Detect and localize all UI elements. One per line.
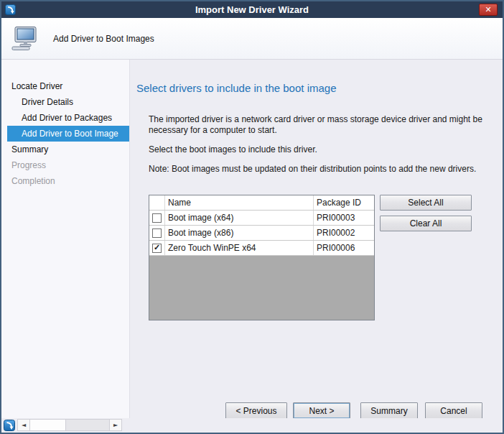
wizard-navigation: < Previous Next > Summary Cancel xyxy=(225,402,482,419)
close-icon: ✕ xyxy=(485,6,491,14)
row-package-id: PRI00006 xyxy=(314,241,374,255)
titlebar: Import New Driver Wizard ✕ xyxy=(1,1,503,18)
previous-button[interactable]: < Previous xyxy=(225,402,287,419)
next-button[interactable]: Next > xyxy=(293,402,350,419)
sidebar-step-locate-driver: Locate Driver xyxy=(1,78,129,94)
table-header-row: Name Package ID xyxy=(149,195,374,211)
column-header-checkbox xyxy=(149,195,165,210)
row-package-id: PRI00003 xyxy=(314,211,374,225)
close-button[interactable]: ✕ xyxy=(479,4,498,16)
scroll-right-icon[interactable]: ► xyxy=(109,420,121,430)
bottom-strip: ◄ ► xyxy=(1,418,503,433)
boot-images-table: Name Package ID Boot image (x64) PRI0000… xyxy=(149,195,375,320)
scroll-left-icon[interactable]: ◄ xyxy=(18,420,30,430)
window-title: Import New Driver Wizard xyxy=(1,4,503,15)
table-row[interactable]: Boot image (x86) PRI00002 xyxy=(149,226,374,241)
sidebar-step-driver-details: Driver Details xyxy=(1,94,129,110)
sidebar-step-completion: Completion xyxy=(1,173,129,189)
wizard-body: Locate Driver Driver Details Add Driver … xyxy=(1,60,503,418)
description-text: The imported driver is a network card dr… xyxy=(149,114,493,136)
clear-all-button[interactable]: Clear All xyxy=(380,216,472,231)
header-title: Add Driver to Boot Images xyxy=(53,34,154,44)
selection-buttons: Select All Clear All xyxy=(380,195,472,236)
sidebar-step-add-driver-to-boot-image: Add Driver to Boot Image xyxy=(7,126,129,142)
checkbox-cell xyxy=(149,226,165,240)
row-checkbox[interactable] xyxy=(152,213,162,223)
note-text: Note: Boot images must be updated on the… xyxy=(149,164,493,175)
column-header-name[interactable]: Name xyxy=(165,195,314,210)
sidebar-step-add-driver-to-packages: Add Driver to Packages xyxy=(1,110,129,126)
column-header-package-id[interactable]: Package ID xyxy=(314,195,374,210)
wizard-window: Import New Driver Wizard ✕ Add Driver to… xyxy=(0,0,504,434)
checkbox-cell xyxy=(149,241,165,255)
select-all-button[interactable]: Select All xyxy=(380,195,472,211)
wizard-header: Add Driver to Boot Images xyxy=(1,18,503,60)
sidebar-step-progress: Progress xyxy=(1,157,129,173)
horizontal-scrollbar[interactable]: ◄ ► xyxy=(17,419,122,431)
table-row[interactable]: Zero Touch WinPE x64 PRI00006 xyxy=(149,241,374,256)
description-block: The imported driver is a network card dr… xyxy=(149,114,493,175)
computer-icon xyxy=(11,27,39,50)
table-empty-area xyxy=(149,256,374,320)
scrollbar-thumb[interactable] xyxy=(30,420,66,430)
row-name: Boot image (x86) xyxy=(165,226,314,240)
summary-button[interactable]: Summary xyxy=(360,402,418,419)
wizard-steps-sidebar: Locate Driver Driver Details Add Driver … xyxy=(1,60,129,418)
row-package-id: PRI00002 xyxy=(314,226,374,240)
row-checkbox[interactable] xyxy=(152,228,162,238)
instruction-text: Select the boot images to include this d… xyxy=(149,144,493,155)
boot-image-selection: Name Package ID Boot image (x64) PRI0000… xyxy=(149,195,503,320)
main-content: Select drivers to include in the boot im… xyxy=(129,60,503,418)
wizard-corner-icon xyxy=(4,420,15,431)
row-checkbox[interactable] xyxy=(152,244,162,253)
row-name: Boot image (x64) xyxy=(165,211,314,225)
sidebar-step-summary: Summary xyxy=(1,142,129,157)
scrollbar-track[interactable] xyxy=(66,420,109,430)
row-name: Zero Touch WinPE x64 xyxy=(165,241,314,255)
page-title: Select drivers to include in the boot im… xyxy=(136,82,503,94)
table-row[interactable]: Boot image (x64) PRI00003 xyxy=(149,211,374,226)
checkbox-cell xyxy=(149,211,165,225)
cancel-button[interactable]: Cancel xyxy=(425,402,482,419)
